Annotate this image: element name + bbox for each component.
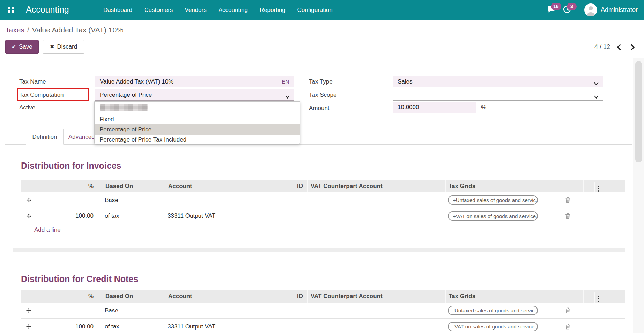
percent-value: 100.00 [37, 208, 98, 224]
trash-icon[interactable] [565, 307, 571, 316]
credit-notes-distribution-table: % Based On Account ID VAT Counterpart Ac… [21, 290, 625, 333]
tax-name-input[interactable]: Value Added Tax (VAT) 10% EN [95, 76, 294, 87]
dropdown-option-percentage-of-price[interactable]: Percentage of Price [95, 124, 300, 135]
activities-button[interactable]: 3 [559, 0, 575, 20]
percent-value: 100.00 [37, 319, 98, 333]
tax-grid-tag[interactable]: +VAT on sales of goods and service... [448, 211, 538, 221]
activities-count-badge: 3 [567, 3, 577, 10]
pager-next-button[interactable] [626, 39, 639, 55]
tax-computation-dropdown: Fixed Percentage of Price Percentage of … [94, 101, 300, 144]
menu-vendors[interactable]: Vendors [185, 7, 206, 14]
amount-suffix: % [481, 104, 486, 111]
group-separator-left [91, 72, 91, 115]
check-icon: ✔ [12, 44, 16, 50]
col-account: Account [165, 180, 262, 192]
based-on-value: of tax [98, 208, 165, 224]
tax-type-select[interactable]: Sales [393, 76, 603, 87]
col-vat-counterpart: VAT Counterpart Account [307, 180, 445, 192]
vertical-scrollbar[interactable] [633, 58, 644, 333]
trash-icon[interactable] [565, 213, 571, 221]
main-menu: Dashboard Customers Vendors Accounting R… [103, 0, 333, 20]
account-value: 33311 Output VAT [165, 319, 262, 333]
dropdown-option-fixed[interactable]: Fixed [95, 114, 300, 124]
apps-grid-icon[interactable] [8, 7, 14, 13]
based-on-value: Base [98, 303, 165, 318]
top-navbar: Accounting Dashboard Customers Vendors A… [0, 0, 644, 20]
section-title-credit-notes: Distribution for Credit Notes [21, 274, 138, 284]
tax-grid-tag[interactable]: -VAT on sales of goods and service... [448, 322, 538, 331]
amount-label: Amount [309, 105, 330, 112]
table-row[interactable]: 100.00 of tax 33311 Output VAT +VAT on s… [21, 208, 625, 224]
drag-handle-icon[interactable] [21, 192, 37, 208]
translation-badge[interactable]: EN [282, 79, 289, 85]
tab-definition[interactable]: Definition [26, 129, 64, 145]
user-name: Administrator [601, 6, 638, 14]
pager-counter: 4 / 12 [582, 40, 610, 54]
col-percent: % [37, 180, 98, 192]
col-tax-grids: Tax Grids [445, 290, 583, 303]
menu-dashboard[interactable]: Dashboard [103, 7, 132, 14]
odoo-accounting-tax-form: Accounting Dashboard Customers Vendors A… [0, 0, 644, 333]
group-separator-right [387, 72, 387, 115]
tax-scope-select[interactable] [393, 89, 603, 101]
active-label: Active [19, 104, 35, 111]
tax-scope-label: Tax Scope [309, 92, 336, 99]
chevron-down-icon [594, 93, 599, 100]
menu-reporting[interactable]: Reporting [260, 7, 286, 14]
account-value: 33311 Output VAT [165, 208, 262, 224]
menu-configuration[interactable]: Configuration [297, 7, 333, 14]
menu-accounting[interactable]: Accounting [219, 7, 248, 14]
col-id: ID [262, 180, 307, 192]
breadcrumb-taxes-link[interactable]: Taxes [5, 26, 24, 34]
based-on-value: of tax [98, 319, 165, 333]
tax-grid-tag[interactable]: -Untaxed sales of goods and servic... [448, 306, 538, 315]
chevron-down-icon [594, 80, 599, 87]
trash-icon[interactable] [565, 197, 571, 205]
drag-handle-icon[interactable] [21, 303, 37, 318]
add-line-row: Add a line [21, 224, 625, 236]
breadcrumb-current: Value Added Tax (VAT) 10% [32, 26, 123, 34]
drag-handle-icon[interactable] [21, 208, 37, 224]
save-button[interactable]: ✔ Save [5, 40, 39, 54]
table-row[interactable]: Base +Untaxed sales of goods and servic.… [21, 192, 625, 208]
table-row[interactable]: Base -Untaxed sales of goods and servic.… [21, 303, 625, 319]
avatar [584, 3, 597, 16]
invoices-distribution-table: % Based On Account ID VAT Counterpart Ac… [21, 180, 625, 236]
scrollbar-thumb[interactable] [635, 61, 642, 162]
add-a-line-link[interactable]: Add a line [34, 226, 61, 233]
dropdown-option-percentage-tax-included[interactable]: Percentage of Price Tax Included [95, 135, 300, 145]
menu-customers[interactable]: Customers [144, 7, 173, 14]
tax-computation-select[interactable]: Percentage of Price [95, 89, 294, 101]
tax-type-label: Tax Type [309, 78, 333, 85]
breadcrumb: Taxes/Value Added Tax (VAT) 10% [5, 26, 123, 34]
dropdown-option-blurred[interactable] [95, 104, 300, 114]
section-title-invoices: Distribution for Invoices [21, 161, 121, 171]
col-account: Account [165, 290, 262, 303]
chevron-right-icon [631, 44, 635, 50]
col-percent: % [37, 290, 98, 303]
col-based-on: Based On [98, 180, 165, 192]
pager-previous-button[interactable] [612, 39, 626, 55]
tax-grid-tag[interactable]: +Untaxed sales of goods and servic... [448, 195, 538, 205]
messages-button[interactable]: 16 [543, 0, 559, 20]
table-row[interactable]: 100.00 of tax 33311 Output VAT -VAT on s… [21, 319, 625, 333]
discard-button[interactable]: ✖ Discard [43, 40, 84, 54]
chevron-left-icon [617, 44, 621, 50]
based-on-value: Base [98, 192, 165, 208]
x-icon: ✖ [50, 44, 54, 50]
tax-name-label: Tax Name [19, 78, 46, 85]
blurred-text [100, 104, 148, 111]
section-separator-bar [13, 248, 625, 252]
col-id: ID [262, 290, 307, 303]
amount-input[interactable]: 10.0000 [393, 102, 476, 113]
chevron-down-icon [285, 93, 290, 100]
col-based-on: Based On [98, 290, 165, 303]
drag-handle-icon[interactable] [21, 319, 37, 333]
tax-computation-label: Tax Computation [19, 92, 64, 99]
navbar-systray: 16 3 Administrator [543, 0, 641, 20]
trash-icon[interactable] [565, 323, 571, 332]
table-header: % Based On Account ID VAT Counterpart Ac… [21, 180, 625, 192]
app-title[interactable]: Accounting [26, 5, 69, 15]
col-vat-counterpart: VAT Counterpart Account [307, 290, 445, 303]
user-menu[interactable]: Administrator [584, 3, 641, 16]
